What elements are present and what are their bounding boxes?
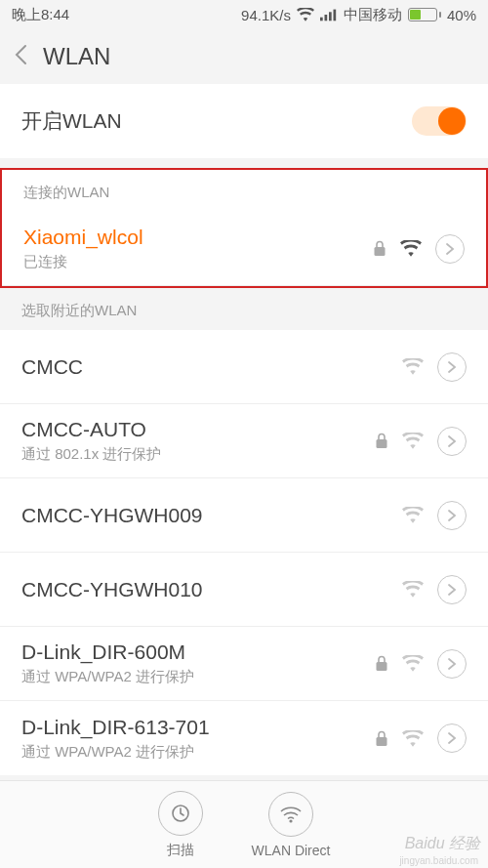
network-name: CMCC-YHGWH010 bbox=[21, 578, 402, 601]
network-name: CMCC-AUTO bbox=[21, 418, 375, 441]
svg-rect-7 bbox=[377, 737, 387, 746]
svg-rect-2 bbox=[329, 12, 332, 21]
nearby-network-list: CMCCCMCC-AUTO通过 802.1x 进行保护CMCC-YHGWH009… bbox=[0, 330, 488, 775]
signal-icon bbox=[320, 8, 338, 21]
svg-rect-1 bbox=[324, 15, 327, 21]
network-name: D-Link_DIR-600M bbox=[21, 641, 375, 664]
wifi-signal-icon bbox=[402, 433, 424, 449]
network-row[interactable]: D-Link_DIR-600M通过 WPA/WPA2 进行保护 bbox=[0, 627, 488, 701]
screen-header: WLAN bbox=[0, 29, 488, 84]
lock-icon bbox=[373, 240, 386, 257]
wlan-toggle-section: 开启WLAN bbox=[0, 84, 488, 158]
network-row[interactable]: D-Link_DIR-613-701通过 WPA/WPA2 进行保护 bbox=[0, 701, 488, 775]
wlan-direct-icon bbox=[268, 792, 313, 837]
svg-rect-6 bbox=[377, 662, 387, 671]
status-bar: 晚上8:44 94.1K/s 中国移动 40% bbox=[0, 0, 488, 29]
detail-icon[interactable] bbox=[437, 427, 467, 456]
status-battery-pct: 40% bbox=[447, 7, 476, 23]
nearby-section-header: 选取附近的WLAN bbox=[0, 288, 488, 330]
detail-icon[interactable] bbox=[437, 575, 467, 604]
lock-icon bbox=[375, 730, 388, 747]
network-sub: 通过 WPA/WPA2 进行保护 bbox=[21, 668, 375, 686]
watermark-sub: jingyan.baidu.com bbox=[399, 855, 478, 866]
svg-rect-3 bbox=[333, 10, 336, 21]
wifi-signal-icon bbox=[402, 358, 424, 375]
network-name: CMCC-YHGWH009 bbox=[21, 504, 402, 527]
svg-point-9 bbox=[289, 819, 292, 822]
svg-rect-5 bbox=[377, 439, 387, 448]
connected-wlan-highlight: 连接的WLAN Xiaomi_wlcol 已连接 bbox=[0, 168, 488, 288]
wifi-signal-icon bbox=[400, 240, 422, 257]
battery-icon bbox=[408, 8, 441, 21]
lock-icon bbox=[375, 433, 388, 449]
detail-icon[interactable] bbox=[437, 352, 467, 382]
network-row[interactable]: CMCC-YHGWH009 bbox=[0, 478, 488, 553]
lock-icon bbox=[375, 655, 388, 672]
wlan-toggle[interactable] bbox=[412, 106, 467, 136]
connected-network-row[interactable]: Xiaomi_wlcol 已连接 bbox=[2, 212, 486, 286]
network-row[interactable]: CMCC bbox=[0, 330, 488, 404]
connected-network-status: 已连接 bbox=[23, 253, 373, 271]
watermark: Baidu 经验 bbox=[405, 834, 480, 854]
wlan-toggle-row[interactable]: 开启WLAN bbox=[0, 84, 488, 158]
detail-icon[interactable] bbox=[435, 234, 465, 264]
network-name: CMCC bbox=[21, 355, 402, 379]
wifi-signal-icon bbox=[402, 655, 424, 672]
connected-section-header: 连接的WLAN bbox=[2, 170, 486, 212]
detail-icon[interactable] bbox=[437, 723, 467, 753]
network-sub: 通过 WPA/WPA2 进行保护 bbox=[21, 743, 375, 762]
page-title: WLAN bbox=[43, 43, 110, 70]
svg-rect-0 bbox=[320, 18, 323, 21]
wifi-signal-icon bbox=[402, 507, 424, 523]
status-speed: 94.1K/s bbox=[241, 7, 291, 23]
wlan-direct-label: WLAN Direct bbox=[252, 843, 331, 858]
detail-icon[interactable] bbox=[437, 501, 467, 530]
svg-rect-4 bbox=[375, 247, 386, 256]
network-name: D-Link_DIR-613-701 bbox=[21, 716, 375, 739]
status-carrier: 中国移动 bbox=[344, 6, 402, 24]
wifi-signal-icon bbox=[402, 581, 424, 598]
detail-icon[interactable] bbox=[437, 649, 467, 679]
connected-network-name: Xiaomi_wlcol bbox=[23, 226, 373, 249]
network-row[interactable]: CMCC-AUTO通过 802.1x 进行保护 bbox=[0, 404, 488, 478]
network-sub: 通过 802.1x 进行保护 bbox=[21, 445, 375, 464]
wifi-signal-icon bbox=[402, 730, 424, 747]
wifi-icon bbox=[297, 8, 314, 21]
wlan-toggle-label: 开启WLAN bbox=[21, 107, 412, 135]
status-time: 晚上8:44 bbox=[12, 6, 69, 24]
back-icon[interactable] bbox=[14, 44, 27, 69]
wlan-direct-button[interactable]: WLAN Direct bbox=[252, 792, 331, 858]
scan-button[interactable]: 扫描 bbox=[158, 791, 203, 859]
network-row[interactable]: CMCC-YHGWH010 bbox=[0, 553, 488, 627]
scan-icon bbox=[158, 791, 203, 836]
scan-label: 扫描 bbox=[167, 842, 194, 859]
